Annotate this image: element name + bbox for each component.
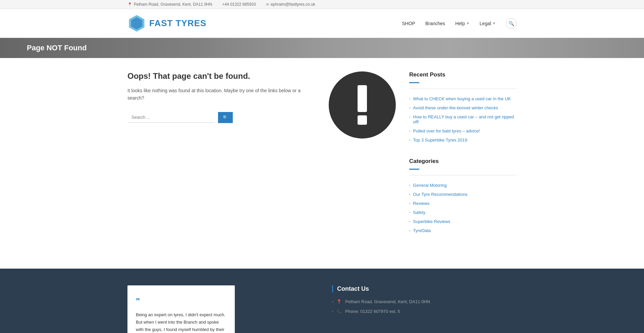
footer-testimonial-col: " Being an expert on tyres, I didn't exp…	[127, 285, 312, 333]
categories-section: Categories ›General Motoring›Our Tyre Re…	[409, 158, 517, 235]
email-icon: ✉	[266, 2, 269, 7]
recent-posts-title: Recent Posts	[409, 71, 517, 81]
main-content: Oops! That page can't be found. It looks…	[121, 58, 523, 269]
category-item[interactable]: ›TyreData	[409, 226, 517, 235]
contact-pin-icon: 📞	[336, 309, 342, 314]
content-area: Oops! That page can't be found. It looks…	[127, 71, 396, 248]
category-item[interactable]: ›Reviews	[409, 199, 517, 208]
nav-branches[interactable]: Branches	[425, 21, 445, 26]
chevron-right-icon: ›	[332, 300, 333, 303]
testimonial-text: Being an expert on tyres, I didn't expec…	[136, 311, 226, 333]
error-text: Oops! That page can't be found. It looks…	[127, 71, 302, 123]
logo[interactable]: FAST TYRES	[127, 14, 206, 33]
top-bar-email: ✉ ephraim@fasttyres.co.uk	[266, 2, 315, 7]
chevron-right-icon: ›	[332, 310, 333, 313]
categories-list: ›General Motoring›Our Tyre Recommendatio…	[409, 181, 517, 235]
nav-shop[interactable]: SHOP	[402, 21, 415, 26]
category-item[interactable]: ›Our Tyre Recommendations	[409, 190, 517, 199]
nav-legal[interactable]: Legal ▼	[480, 21, 496, 26]
search-input[interactable]	[127, 112, 215, 123]
recent-post-item[interactable]: ›How to REALLY buy a used car – and not …	[409, 112, 517, 126]
search-icon: 🔍	[223, 115, 228, 120]
chevron-right-icon: ›	[409, 115, 410, 119]
hero-overlay	[0, 38, 644, 58]
chevron-right-icon: ›	[409, 229, 410, 232]
chevron-right-icon: ›	[409, 220, 410, 223]
chevron-right-icon: ›	[409, 183, 410, 187]
top-bar: 📍 Pelham Road, Gravesend, Kent, DA11 0HN…	[0, 0, 644, 9]
chevron-right-icon: ›	[409, 192, 410, 196]
category-item[interactable]: ›General Motoring	[409, 181, 517, 190]
chevron-right-icon: ›	[409, 202, 410, 205]
chevron-down-icon: ▼	[466, 21, 470, 25]
chevron-right-icon: ›	[409, 106, 410, 110]
top-bar-address: 📍 Pelham Road, Gravesend, Kent, DA11 0HN	[127, 2, 212, 7]
chevron-right-icon: ›	[409, 97, 410, 101]
exclamation-bar	[358, 85, 367, 112]
chevron-right-icon: ›	[409, 211, 410, 214]
logo-text: FAST TYRES	[149, 18, 206, 29]
site-footer: " Being an expert on tyres, I didn't exp…	[0, 269, 644, 333]
top-bar-phone: +44 01322 685933	[222, 2, 256, 7]
category-item[interactable]: ›Safety	[409, 208, 517, 217]
contact-items-list: ›📍Pelham Road, Gravesend, Kent, DA11 0HN…	[332, 299, 517, 314]
site-header: FAST TYRES SHOP Branches Help ▼ Legal ▼ …	[0, 9, 644, 38]
chevron-right-icon: ›	[409, 138, 410, 142]
footer-contact-col: Contact Us ›📍Pelham Road, Gravesend, Ken…	[332, 285, 517, 333]
error-icon-circle	[329, 71, 396, 138]
search-button[interactable]: 🔍	[218, 112, 233, 123]
logo-icon	[127, 14, 146, 33]
section-divider	[409, 175, 517, 175]
search-icon: 🔍	[508, 21, 514, 26]
error-section: Oops! That page can't be found. It looks…	[127, 71, 396, 138]
exclamation-dot	[358, 115, 367, 125]
recent-posts-list: ›What to CHECK when buying a used car in…	[409, 94, 517, 145]
recent-posts-section: Recent Posts ›What to CHECK when buying …	[409, 71, 517, 145]
hero-banner: Page NOT Found	[0, 38, 644, 58]
contact-pin-icon: 📍	[336, 299, 342, 304]
testimonial-box: " Being an expert on tyres, I didn't exp…	[127, 285, 235, 333]
pin-icon: 📍	[127, 2, 132, 7]
recent-post-item[interactable]: ›Avoid these under-the-bonnet winter che…	[409, 103, 517, 112]
title-underline	[409, 169, 419, 170]
recent-post-item[interactable]: ›What to CHECK when buying a used car in…	[409, 94, 517, 103]
recent-post-item[interactable]: ›Pulled over for bald tyres – advice!	[409, 126, 517, 135]
title-underline	[409, 82, 419, 83]
page-title: Page NOT Found	[7, 44, 87, 52]
search-form: 🔍	[127, 112, 302, 123]
chevron-right-icon: ›	[409, 129, 410, 133]
error-body: It looks like nothing was found at this …	[127, 87, 302, 102]
contact-item: ›📍Pelham Road, Gravesend, Kent, DA11 0HN	[332, 299, 517, 304]
contact-title: Contact Us	[332, 285, 517, 292]
chevron-down-icon: ▼	[492, 21, 496, 25]
exclamation-mark	[358, 85, 367, 125]
main-nav: SHOP Branches Help ▼ Legal ▼ 🔍	[402, 18, 517, 29]
categories-title: Categories	[409, 158, 517, 167]
category-item[interactable]: ›Superbike Reviews	[409, 217, 517, 226]
recent-post-item[interactable]: ›Top 3 Superbike Tyres 2019	[409, 135, 517, 145]
header-search-button[interactable]: 🔍	[506, 18, 517, 29]
sidebar: Recent Posts ›What to CHECK when buying …	[409, 71, 517, 248]
error-heading: Oops! That page can't be found.	[127, 71, 302, 81]
contact-item: ›📞Phone: 01322 607970 ext. 5	[332, 309, 517, 314]
nav-help[interactable]: Help ▼	[455, 21, 470, 26]
quote-mark-icon: "	[136, 294, 226, 309]
section-divider	[409, 89, 517, 89]
